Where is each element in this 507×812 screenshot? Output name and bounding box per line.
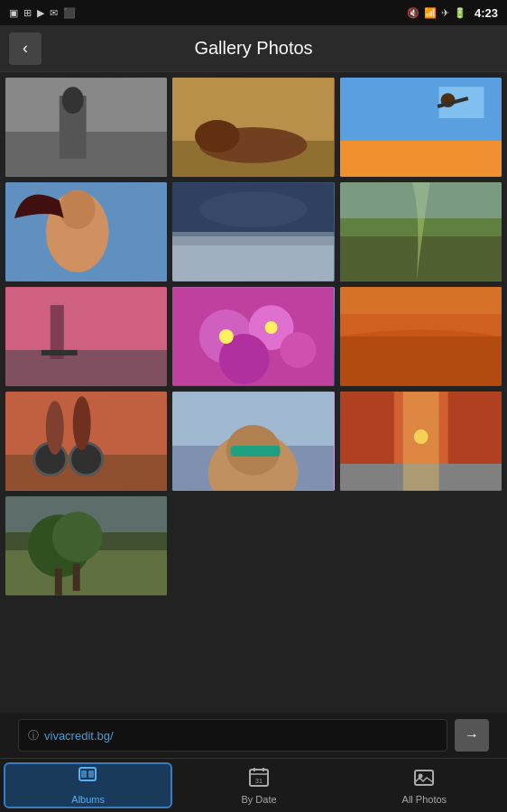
- url-go-button[interactable]: →: [455, 719, 489, 752]
- svg-rect-62: [81, 770, 87, 778]
- svg-rect-24: [5, 350, 167, 386]
- svg-rect-22: [340, 182, 502, 218]
- svg-point-3: [62, 87, 84, 114]
- url-input-wrapper: ⓘ vivacredit.bg/: [18, 719, 447, 752]
- photo-item-3[interactable]: [340, 78, 502, 177]
- photo-item-10[interactable]: [5, 392, 167, 491]
- svg-point-41: [46, 401, 64, 455]
- photo-item-13[interactable]: [5, 496, 167, 595]
- battery-icon: 🔋: [454, 7, 466, 19]
- svg-point-32: [219, 329, 234, 344]
- back-arrow-icon: ‹: [23, 39, 28, 58]
- svg-rect-36: [340, 287, 502, 314]
- albums-tab-label: Albums: [71, 794, 105, 805]
- screenshot-icon: ⊞: [23, 7, 32, 19]
- svg-rect-9: [340, 141, 502, 177]
- bottom-tab-bar: Albums 31 By Date All Photos: [0, 758, 507, 812]
- info-icon: ⓘ: [28, 728, 39, 743]
- svg-rect-63: [88, 770, 94, 778]
- photo-item-12[interactable]: [340, 392, 502, 491]
- svg-point-42: [73, 396, 91, 450]
- calendar-icon: 31: [248, 766, 270, 792]
- page-title: Gallery Photos: [41, 38, 466, 59]
- url-display[interactable]: vivacredit.bg/: [44, 729, 438, 743]
- media-icon: ▶: [37, 7, 44, 19]
- svg-point-31: [281, 332, 317, 368]
- app-icon: ⬛: [63, 7, 76, 19]
- svg-point-40: [70, 443, 103, 475]
- photo-item-5[interactable]: [172, 182, 334, 281]
- photo-item-11[interactable]: [172, 392, 334, 491]
- svg-point-33: [265, 321, 278, 334]
- top-bar: ‹ Gallery Photos: [0, 25, 507, 72]
- tab-bydate[interactable]: 31 By Date: [176, 759, 341, 812]
- photo-item-9[interactable]: [340, 287, 502, 386]
- airplane-icon: ✈: [441, 7, 449, 19]
- back-button[interactable]: ‹: [9, 32, 41, 65]
- bydate-tab-label: By Date: [241, 794, 276, 805]
- status-left-icons: ▣ ⊞ ▶ ✉ ⬛: [9, 7, 401, 19]
- mute-icon: 🔇: [407, 7, 419, 19]
- chat-icon: ✉: [50, 7, 58, 19]
- clock: 4:23: [475, 6, 498, 20]
- svg-point-15: [60, 189, 96, 229]
- photo-item-6[interactable]: [340, 182, 502, 281]
- photo-item-1[interactable]: [5, 78, 167, 177]
- photo-item-7[interactable]: [5, 287, 167, 386]
- albums-icon: [78, 766, 99, 792]
- svg-point-19: [199, 191, 308, 227]
- svg-rect-26: [41, 350, 78, 355]
- photo-item-2[interactable]: [172, 78, 334, 177]
- allphotos-tab-label: All Photos: [402, 794, 447, 805]
- svg-rect-60: [73, 564, 80, 591]
- status-bar: ▣ ⊞ ▶ ✉ ⬛ 🔇 📶 ✈ 🔋 4:23: [0, 0, 507, 25]
- photo-item-4[interactable]: [5, 182, 167, 281]
- svg-text:31: 31: [255, 778, 263, 784]
- svg-point-58: [52, 512, 103, 562]
- go-arrow-icon: →: [465, 727, 479, 743]
- notification-icon: ▣: [9, 7, 18, 19]
- photo-grid: [5, 78, 502, 595]
- photo-item-8[interactable]: [172, 287, 334, 386]
- svg-point-7: [195, 120, 240, 152]
- svg-point-53: [413, 429, 428, 444]
- allphotos-icon: [413, 766, 435, 792]
- status-right-icons: 🔇 📶 ✈ 🔋 4:23: [407, 6, 498, 20]
- gallery-area: [0, 72, 507, 713]
- svg-rect-59: [55, 568, 62, 595]
- tab-allphotos[interactable]: All Photos: [342, 759, 507, 812]
- svg-rect-18: [172, 232, 334, 245]
- svg-rect-69: [415, 770, 433, 785]
- tab-albums[interactable]: Albums: [4, 762, 172, 808]
- wifi-icon: 📶: [424, 7, 437, 19]
- url-bar-area: ⓘ vivacredit.bg/ →: [0, 713, 507, 758]
- svg-rect-47: [231, 446, 281, 457]
